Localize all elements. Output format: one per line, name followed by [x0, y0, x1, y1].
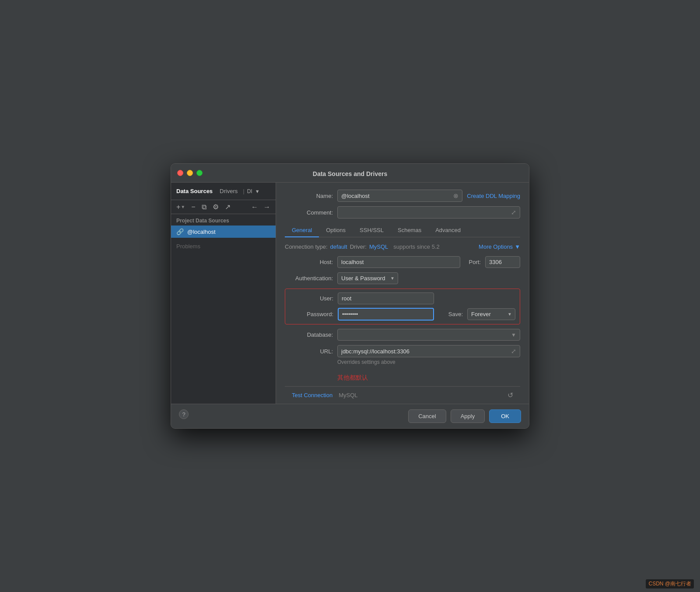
left-tab-header: Data Sources Drivers | DI ▼ — [171, 183, 276, 200]
datasource-label: @localhost — [187, 229, 216, 235]
nav-arrows: ← → — [249, 202, 272, 212]
copy-button[interactable]: ⧉ — [200, 202, 208, 212]
tab-separator: | — [242, 188, 245, 194]
create-ddl-link[interactable]: Create DDL Mapping — [467, 193, 520, 199]
password-label: Password: — [290, 311, 333, 317]
database-dropdown-button[interactable]: ▼ — [511, 332, 516, 338]
password-input[interactable] — [338, 308, 434, 321]
tab-advanced[interactable]: Advanced — [428, 224, 468, 237]
datasource-icon: 🔗 — [176, 228, 184, 235]
test-driver-label: MySQL — [339, 392, 357, 398]
database-input[interactable] — [341, 331, 511, 338]
tab-extra[interactable]: DI — [247, 188, 252, 194]
help-button[interactable]: ? — [179, 409, 189, 419]
user-input[interactable] — [338, 292, 434, 304]
dialog-datasources: Data Sources and Drivers Data Sources Dr… — [171, 163, 529, 429]
toolbar: + ▼ − ⧉ ⚙ ↗ ← → — [171, 200, 276, 214]
annotation-text: 其他都默认 — [337, 374, 520, 382]
window-controls — [177, 170, 203, 176]
apply-button[interactable]: Apply — [451, 409, 485, 423]
comment-input[interactable] — [341, 209, 511, 216]
tab-sshssl[interactable]: SSH/SSL — [353, 224, 391, 237]
auth-row: Authentication: User & Password — [285, 272, 520, 284]
auth-select-wrap: User & Password — [337, 272, 398, 284]
nav-back-button[interactable]: ← — [249, 202, 260, 212]
connection-info-row: Connection type: default Driver: MySQL s… — [285, 243, 520, 250]
driver-note: supports since 5.2 — [393, 243, 440, 250]
host-input[interactable] — [337, 256, 460, 268]
url-row: URL: ⤢ — [285, 345, 520, 357]
problems-label: Problems — [171, 238, 276, 255]
ok-button[interactable]: OK — [489, 409, 521, 423]
url-expand-button[interactable]: ⤢ — [511, 348, 516, 355]
password-row: Password: Save: Forever Until Restart Ne… — [290, 308, 515, 321]
close-button[interactable] — [177, 170, 183, 176]
tab-data-sources[interactable]: Data Sources — [174, 186, 215, 196]
auth-label: Authentication: — [285, 275, 333, 282]
test-connection-bar: Test Connection MySQL ↺ — [285, 386, 520, 404]
more-options-arrow: ▼ — [514, 243, 520, 250]
maximize-button[interactable] — [196, 170, 203, 176]
save-select[interactable]: Forever Until Restart Never — [467, 308, 515, 320]
dialog-title: Data Sources and Drivers — [313, 170, 387, 177]
auth-select[interactable]: User & Password — [337, 272, 398, 284]
tab-schemas[interactable]: Schemas — [391, 224, 428, 237]
tab-general[interactable]: General — [285, 224, 319, 237]
user-label: User: — [290, 295, 333, 302]
comment-label: Comment: — [285, 209, 333, 216]
driver-value[interactable]: MySQL — [369, 243, 388, 250]
test-connection-link[interactable]: Test Connection — [292, 392, 332, 398]
url-input[interactable] — [341, 348, 511, 355]
tabs-row: General Options SSH/SSL Schemas Advanced — [285, 224, 520, 237]
url-input-wrap: ⤢ — [337, 345, 520, 357]
right-panel: Name: ⊗ Create DDL Mapping Comment: ⤢ Ge… — [276, 183, 529, 404]
refresh-button[interactable]: ↺ — [508, 391, 513, 399]
host-label: Host: — [285, 259, 333, 265]
tab-drivers[interactable]: Drivers — [217, 186, 240, 196]
driver-label: Driver: — [350, 243, 367, 250]
comment-row: Comment: ⤢ — [285, 206, 520, 218]
minimize-button[interactable] — [187, 170, 193, 176]
add-dropdown[interactable]: ▼ — [181, 204, 185, 209]
datasource-item-localhost[interactable]: 🔗 @localhost — [171, 226, 276, 238]
comment-expand-button[interactable]: ⤢ — [511, 209, 516, 216]
title-bar: Data Sources and Drivers — [171, 164, 529, 183]
url-hint: Overrides settings above — [337, 359, 520, 365]
host-port-row: Host: Port: — [285, 256, 520, 268]
footer-spacer — [193, 409, 404, 423]
section-label: Project Data Sources — [171, 214, 276, 226]
port-input[interactable] — [485, 256, 520, 268]
cancel-button[interactable]: Cancel — [408, 409, 446, 423]
save-select-wrap: Forever Until Restart Never — [467, 308, 515, 320]
conn-type-label: Connection type: — [285, 243, 328, 250]
dialog-footer: ? Cancel Apply OK — [171, 404, 529, 428]
more-options-link[interactable]: More Options ▼ — [479, 243, 520, 250]
name-input[interactable] — [341, 193, 453, 199]
export-button[interactable]: ↗ — [223, 202, 232, 212]
database-row: Database: ▼ — [285, 329, 520, 341]
comment-input-wrap: ⤢ — [337, 206, 520, 218]
save-label: Save: — [448, 311, 463, 317]
port-label: Port: — [469, 259, 481, 265]
add-button[interactable]: + ▼ — [175, 202, 187, 212]
remove-button[interactable]: − — [189, 202, 197, 212]
name-row: Name: ⊗ Create DDL Mapping — [285, 190, 520, 202]
url-label: URL: — [285, 348, 333, 355]
database-label: Database: — [285, 331, 333, 338]
left-panel: Data Sources Drivers | DI ▼ + ▼ − ⧉ ⚙ ↗ … — [171, 183, 276, 404]
dialog-body: Data Sources Drivers | DI ▼ + ▼ − ⧉ ⚙ ↗ … — [171, 183, 529, 404]
credentials-section: User: Password: Save: Forever Until Rest… — [285, 289, 520, 324]
tab-dropdown-arrow[interactable]: ▼ — [255, 189, 260, 194]
nav-forward-button[interactable]: → — [262, 202, 272, 212]
name-clear-button[interactable]: ⊗ — [453, 192, 458, 199]
user-row: User: — [290, 292, 515, 304]
name-input-wrap: ⊗ — [337, 190, 462, 202]
tab-options[interactable]: Options — [319, 224, 353, 237]
database-input-wrap: ▼ — [337, 329, 520, 341]
watermark: CSDN @南七行者 — [646, 579, 694, 588]
settings-button[interactable]: ⚙ — [211, 202, 220, 212]
name-label: Name: — [285, 193, 333, 199]
conn-type-value[interactable]: default — [330, 243, 347, 250]
